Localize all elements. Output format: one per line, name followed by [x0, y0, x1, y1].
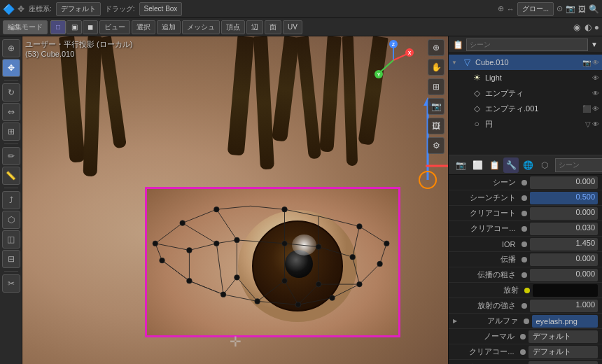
- svg-point-40: [282, 241, 288, 246]
- svg-point-26: [180, 220, 186, 226]
- vis-eye-icon-empty1[interactable]: 👁: [592, 90, 599, 97]
- select-menu-btn[interactable]: 選択: [132, 20, 155, 34]
- cursor-tool-btn[interactable]: ⊕: [2, 39, 20, 57]
- vertex-select-btn[interactable]: □: [50, 20, 66, 34]
- vis-filter-icon[interactable]: ▽: [585, 120, 591, 128]
- grid-btn[interactable]: ⊞: [428, 78, 444, 95]
- vis-eye-icon-empty2[interactable]: 👁: [592, 105, 599, 113]
- bevel-btn[interactable]: ◫: [2, 230, 20, 248]
- search-icon[interactable]: 🔍: [589, 4, 599, 14]
- add-menu-btn[interactable]: 追加: [157, 20, 181, 34]
- camera-icon: 📷: [566, 4, 575, 13]
- loop-cut-btn[interactable]: ⊟: [2, 250, 20, 268]
- vis-eye-icon-light[interactable]: 👁: [592, 74, 599, 82]
- outliner-label-circle: 円: [485, 119, 582, 130]
- edge-menu-btn[interactable]: 辺: [246, 20, 263, 34]
- shading-icon[interactable]: ◐: [584, 22, 592, 32]
- svg-line-16: [353, 257, 360, 284]
- coord-selector[interactable]: デフォルト: [56, 2, 101, 16]
- output-props-btn[interactable]: ⬜: [470, 158, 485, 173]
- transform-tool-btn[interactable]: ⊞: [2, 122, 20, 141]
- image-btn[interactable]: 🖼: [428, 118, 444, 134]
- prop-value-tint[interactable]: 0.500: [530, 192, 598, 204]
- outliner-item-empty2[interactable]: ◇ エンプティ.001 ⬛ 👁: [449, 101, 602, 116]
- outliner-search[interactable]: [466, 38, 588, 51]
- main-layout: ⊕ ✥ ↻ ⇔ ⊞ ✏ 📏 ⤴ ⬡ ◫ ⊟ ✂: [0, 36, 602, 364]
- prop-label-alpha: アルファ: [460, 316, 524, 326]
- view-menu-btn[interactable]: ビュー: [99, 20, 130, 34]
- viewport-shading-icon[interactable]: ●: [594, 22, 599, 32]
- prop-label-clearcoat-normal: クリアコー...: [453, 346, 520, 357]
- vis-eye-icon-circle[interactable]: 👁: [592, 120, 599, 128]
- edge-select-btn[interactable]: ▣: [66, 20, 82, 34]
- prop-value-clearcoat-normal[interactable]: デフォルト: [528, 346, 598, 358]
- camera-viewport-btn[interactable]: 📷: [428, 98, 444, 115]
- drag-selector[interactable]: Select Box: [139, 2, 183, 16]
- obj-props-btn[interactable]: ⬡: [537, 158, 552, 173]
- left-sidebar: ⊕ ✥ ↻ ⇔ ⊞ ✏ 📏 ⤴ ⬡ ◫ ⊟ ✂: [0, 36, 22, 364]
- prop-row-normal: ノーマル デフォルト: [449, 329, 602, 344]
- prop-value-alpha[interactable]: eyelash.png: [532, 315, 598, 328]
- scale-tool-btn[interactable]: ⇔: [2, 103, 20, 121]
- prop-label-ior: IOR: [453, 240, 522, 248]
- overlay-icon[interactable]: ◉: [573, 22, 580, 32]
- inset-btn[interactable]: ⬡: [2, 211, 20, 229]
- vis-eye-icon[interactable]: 👁: [592, 59, 599, 66]
- world-props-btn[interactable]: 🌐: [520, 158, 536, 173]
- svg-point-34: [295, 302, 301, 307]
- prop-label-normal: ノーマル: [453, 331, 520, 342]
- vertex-menu-btn[interactable]: 頂点: [221, 20, 245, 34]
- outliner: 📋 ▼ ▼ ▽ Cube.010 📷 👁 ☀: [449, 36, 602, 155]
- svg-text:Z: Z: [392, 42, 396, 47]
- prop-row-alpha: ▶ アルファ eyelash.png: [449, 314, 602, 329]
- extrude-btn[interactable]: ⤴: [2, 191, 20, 209]
- rotate-tool-btn[interactable]: ↻: [2, 83, 20, 102]
- circle-icon: ○: [471, 119, 482, 129]
- outliner-filter-icon[interactable]: ▼: [591, 41, 598, 48]
- properties-search[interactable]: [555, 158, 602, 172]
- outliner-item-cube010[interactable]: ▼ ▽ Cube.010 📷 👁: [449, 55, 602, 70]
- axis-gizmo[interactable]: Z X Y: [372, 39, 414, 81]
- prop-value-clearcoat[interactable]: 0.000: [530, 207, 598, 220]
- empty-icon: ◇: [471, 88, 482, 98]
- outliner-item-light[interactable]: ☀ Light 👁: [449, 70, 602, 85]
- prop-value-emission[interactable]: [533, 284, 598, 297]
- global-btn[interactable]: グロー...: [517, 2, 554, 16]
- uv-menu-btn[interactable]: UV: [283, 20, 302, 34]
- prop-value-emission-strength[interactable]: 1.000: [530, 300, 598, 312]
- view-layer-btn[interactable]: 📋: [486, 158, 502, 173]
- prop-value-tangent[interactable]: デフォルト: [528, 361, 598, 365]
- top-toolbar: 🔷 ✥ 座標系: デフォルト ドラッグ: Select Box ⊕ ↔ グロー.…: [0, 0, 602, 18]
- svg-line-23: [298, 284, 318, 304]
- annotate-btn[interactable]: ✏: [2, 147, 20, 165]
- prop-dot-tint: [522, 195, 527, 201]
- outliner-item-circle[interactable]: ○ 円 ▽ 👁: [449, 116, 602, 132]
- edit-mode-btn[interactable]: 編集モード: [3, 20, 48, 34]
- move-tool-btn[interactable]: ✥: [2, 59, 20, 77]
- add-mesh-btn[interactable]: ⊕: [428, 39, 444, 56]
- prop-value-ior[interactable]: 1.450: [530, 238, 598, 251]
- prop-value-clearcoat2[interactable]: 0.030: [530, 223, 598, 235]
- measure-btn[interactable]: 📏: [2, 167, 20, 185]
- knife-btn[interactable]: ✂: [2, 274, 20, 293]
- svg-point-25: [153, 241, 158, 246]
- face-menu-btn[interactable]: 面: [265, 20, 281, 34]
- vis-camera-icon[interactable]: 📷: [582, 59, 591, 66]
- grab-btn[interactable]: ✋: [428, 59, 444, 76]
- vis-icon-empty2[interactable]: ⬛: [582, 105, 591, 113]
- svg-line-17: [162, 260, 190, 281]
- prop-label-emission: 放射: [453, 285, 524, 295]
- prop-row-transmission-rough: 伝播の粗さ 0.000: [449, 267, 602, 283]
- adjust-btn[interactable]: ⚙: [428, 137, 444, 154]
- prop-value-scene[interactable]: 0.000: [530, 176, 598, 189]
- scene-props-btn[interactable]: 🔧: [503, 158, 519, 173]
- prop-value-normal[interactable]: デフォルト: [528, 330, 598, 343]
- face-select-btn[interactable]: ◼: [83, 20, 98, 34]
- viewport[interactable]: ユーザー・平行投影 (ローカル) (53) Cube.010 Z X Y: [22, 36, 448, 364]
- prop-value-transmission-rough[interactable]: 0.000: [530, 269, 598, 281]
- prop-value-transmission[interactable]: 0.000: [530, 253, 598, 266]
- render-props-btn[interactable]: 📷: [453, 158, 468, 173]
- outliner-item-empty1[interactable]: ◇ エンプティ 👁: [449, 85, 602, 101]
- svg-text:Y: Y: [377, 72, 381, 77]
- mesh-menu-btn[interactable]: メッシュ: [182, 20, 220, 34]
